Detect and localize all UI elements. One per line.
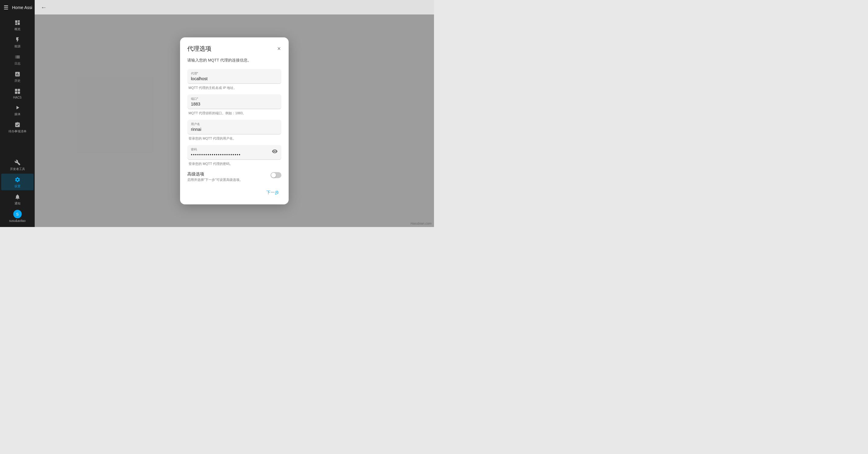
svg-rect-0: [15, 89, 17, 91]
dialog-title: 代理选项: [187, 44, 211, 53]
broker-label: 代理*: [191, 71, 278, 76]
notifications-icon: [14, 193, 21, 200]
password-field-box[interactable]: 密码 ••••••••••••••••••••••••: [187, 145, 281, 160]
sidebar-item-settings[interactable]: 设置: [1, 174, 33, 190]
username-field: 用户名 rinnai 登录您的 MQTT 代理的用户名。: [187, 120, 281, 141]
sidebar-item-overview-label: 概览: [14, 27, 21, 31]
broker-hint: MQTT 代理的主机名或 IP 地址。: [188, 86, 281, 90]
dialog: 代理选项 × 请输入您的 MQTT 代理的连接信息。 代理* localhost…: [180, 37, 289, 204]
username-field-box[interactable]: 用户名 rinnai: [187, 120, 281, 134]
avatar: S: [13, 210, 22, 218]
user-label: susu&aoliao: [9, 219, 25, 223]
sidebar-item-todo-label: 待办事项清单: [8, 129, 27, 134]
sidebar-item-logbook-label: 日志: [14, 62, 21, 66]
logbook-icon: [14, 53, 21, 61]
sidebar-item-settings-label: 设置: [14, 184, 21, 188]
port-value: 1883: [191, 102, 278, 106]
topbar: ←: [35, 0, 434, 14]
svg-rect-2: [15, 92, 17, 94]
svg-rect-1: [18, 89, 20, 91]
back-button[interactable]: ←: [39, 3, 48, 12]
username-label: 用户名: [191, 122, 278, 126]
modal-overlay: 代理选项 × 请输入您的 MQTT 代理的连接信息。 代理* localhost…: [35, 14, 434, 227]
broker-field: 代理* localhost MQTT 代理的主机名或 IP 地址。: [187, 69, 281, 90]
settings-icon: [14, 176, 21, 183]
sidebar-item-energy[interactable]: 能源: [1, 34, 33, 50]
sidebar-item-hacs-label: HACS: [13, 96, 22, 99]
password-value: ••••••••••••••••••••••••: [191, 152, 272, 157]
sidebar-item-history[interactable]: 历史: [1, 68, 33, 85]
port-label: 端口*: [191, 97, 278, 101]
sidebar-item-history-label: 历史: [14, 79, 21, 83]
broker-field-box[interactable]: 代理* localhost: [187, 69, 281, 84]
next-button[interactable]: 下一步: [264, 188, 281, 197]
dialog-header: 代理选项 ×: [187, 44, 281, 53]
sidebar: ☰ Home Assistant 概览 能源 日志 历史: [0, 0, 35, 227]
media-icon: [14, 104, 21, 111]
energy-icon: [14, 36, 21, 43]
password-field-inner: 密码 ••••••••••••••••••••••••: [191, 148, 272, 157]
sidebar-nav: 概览 能源 日志 历史 HACS: [0, 15, 35, 155]
sidebar-item-todo[interactable]: 待办事项清单: [1, 119, 33, 135]
dialog-subtitle: 请输入您的 MQTT 代理的连接信息。: [187, 58, 281, 63]
password-hint: 登录您的 MQTT 代理的密码。: [188, 162, 281, 166]
svg-rect-3: [18, 92, 20, 94]
sidebar-item-devtools-label: 开发者工具: [10, 167, 25, 171]
devtools-icon: [14, 159, 21, 166]
history-icon: [14, 70, 21, 78]
main-content: ← 代理选项 × 请输入您的 MQTT 代理的连接信息。 代理* localho…: [35, 0, 434, 227]
sidebar-header: ☰ Home Assistant: [0, 0, 35, 15]
dialog-footer: 下一步: [187, 188, 281, 197]
sidebar-item-energy-label: 能源: [14, 44, 21, 48]
sidebar-item-user[interactable]: S susu&aoliao: [1, 208, 33, 224]
todo-icon: [14, 121, 21, 128]
sidebar-item-notifications[interactable]: 通知: [1, 191, 33, 207]
advanced-options-labels: 高级选项 启用并选择"下一步"可设置高级选项。: [187, 171, 243, 182]
overview-icon: [14, 19, 21, 26]
password-label: 密码: [191, 148, 272, 152]
advanced-options-row: 高级选项 启用并选择"下一步"可设置高级选项。: [187, 170, 281, 183]
port-field: 端口* 1883 MQTT 代理侦听的端口。例如：1883。: [187, 94, 281, 116]
sidebar-item-overview[interactable]: 概览: [1, 17, 33, 33]
background-content: 代理选项 × 请输入您的 MQTT 代理的连接信息。 代理* localhost…: [35, 14, 434, 227]
toggle-password-visibility-icon[interactable]: [272, 148, 278, 156]
advanced-options-sublabel: 启用并选择"下一步"可设置高级选项。: [187, 177, 243, 182]
hacs-icon: [14, 88, 21, 95]
sidebar-bottom: 开发者工具 设置 通知 S susu&aoliao: [0, 155, 35, 227]
sidebar-item-devtools[interactable]: 开发者工具: [1, 157, 33, 173]
advanced-options-label: 高级选项: [187, 171, 243, 177]
advanced-options-toggle[interactable]: [271, 172, 281, 178]
sidebar-item-logbook[interactable]: 日志: [1, 51, 33, 67]
sidebar-item-notifications-label: 通知: [14, 201, 21, 205]
sidebar-item-hacs[interactable]: HACS: [1, 85, 33, 101]
close-button[interactable]: ×: [277, 45, 281, 52]
sidebar-item-media-label: 媒体: [14, 112, 21, 117]
port-hint: MQTT 代理侦听的端口。例如：1883。: [188, 111, 281, 116]
sidebar-item-media[interactable]: 媒体: [1, 102, 33, 118]
password-field: 密码 •••••••••••••••••••••••• 登录您的 MQTT 代理…: [187, 145, 281, 166]
username-value: rinnai: [191, 127, 278, 132]
broker-value: localhost: [191, 76, 278, 81]
menu-icon[interactable]: ☰: [2, 3, 10, 12]
port-field-box[interactable]: 端口* 1883: [187, 94, 281, 109]
app-title: Home Assistant: [12, 5, 32, 10]
username-hint: 登录您的 MQTT 代理的用户名。: [188, 136, 281, 141]
